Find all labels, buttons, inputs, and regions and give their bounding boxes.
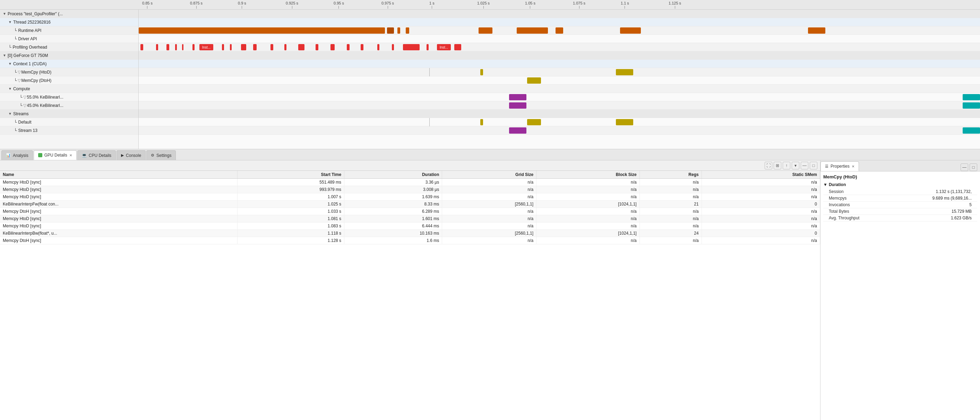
col-header-duration[interactable]: Duration xyxy=(344,171,442,179)
prof-bar-4[interactable] xyxy=(175,44,177,50)
default-bar-3[interactable] xyxy=(616,119,633,125)
track-runtime-api-bar5[interactable] xyxy=(479,27,492,34)
prof-bar-14[interactable] xyxy=(315,44,318,50)
tree-row-stream13[interactable]: └ Stream 13 xyxy=(0,126,138,135)
tree-row-process[interactable]: ▼ Process "test_GpuProfiler" (... xyxy=(0,10,138,18)
compute-45-teal[interactable] xyxy=(963,102,980,109)
tree-row-driver-api[interactable]: └ Driver API xyxy=(0,35,138,43)
tab-settings[interactable]: ⚙ Settings xyxy=(146,150,176,160)
prof-bar-20[interactable] xyxy=(403,44,420,50)
prof-bar-9[interactable] xyxy=(241,44,246,50)
track-runtime-api-bar[interactable] xyxy=(139,27,385,34)
tree-row-runtime-api[interactable]: └ Runtime API xyxy=(0,26,138,35)
table-row[interactable]: Memcpy DtoH [sync]1.128 s1.6 msn/an/an/a… xyxy=(0,237,820,244)
prof-bar-15[interactable] xyxy=(331,44,335,50)
stream13-teal[interactable] xyxy=(963,128,980,134)
table-row[interactable]: Memcpy HtoD [sync]1.081 s1.601 msn/an/an… xyxy=(0,215,820,222)
tree-row-profiling[interactable]: └ Profiling Overhead xyxy=(0,43,138,51)
prof-bar-17[interactable] xyxy=(361,44,363,50)
tab-console[interactable]: ▶ Console xyxy=(116,150,146,160)
track-runtime-api-bar7[interactable] xyxy=(555,27,563,34)
table-row[interactable]: Memcpy HtoD [sync]1.083 s6.444 msn/an/an… xyxy=(0,222,820,230)
toolbar-filter-btn[interactable]: ⛶ xyxy=(765,162,772,169)
prof-bar-8[interactable] xyxy=(230,44,232,50)
toolbar-minimize-btn[interactable]: — xyxy=(801,162,808,169)
prof-bar-13[interactable] xyxy=(298,44,304,50)
tree-row-45pct[interactable]: └ ▽ 45.0% KeBilinearI... xyxy=(0,101,138,110)
tree-row-compute[interactable]: ▼ Compute xyxy=(0,85,138,93)
prof-bar-16[interactable] xyxy=(347,44,350,50)
track-runtime-api-bar2[interactable] xyxy=(387,27,394,34)
col-header-regs[interactable]: Regs xyxy=(640,171,702,179)
prof-bar-7[interactable] xyxy=(222,44,224,50)
expand-icon-context[interactable]: ▼ xyxy=(8,62,12,65)
col-header-block[interactable]: Block Size xyxy=(536,171,640,179)
tree-row-memcpy-htod[interactable]: └ ▽ MemCpy (HtoD) xyxy=(0,68,138,77)
htod-bar-1[interactable] xyxy=(480,69,483,75)
table-row[interactable]: KeBilinearInterpFw(float con...1.025 s8.… xyxy=(0,201,820,208)
properties-minimize-btn[interactable]: — xyxy=(961,163,968,171)
prof-bar-11[interactable] xyxy=(270,44,273,50)
toolbar-maximize-btn[interactable]: □ xyxy=(810,162,817,169)
stream13-purple[interactable] xyxy=(509,128,527,134)
track-runtime-api-bar6[interactable] xyxy=(517,27,548,34)
expand-icon-compute[interactable]: ▼ xyxy=(8,87,12,91)
prof-bar-5[interactable] xyxy=(182,44,183,50)
table-row[interactable]: KeBilinearInterpBw(float*, u...1.118 s10… xyxy=(0,230,820,237)
col-header-start[interactable]: Start Time xyxy=(237,171,344,179)
tree-row-thread[interactable]: ▼ Thread 2522362816 xyxy=(0,18,138,26)
properties-maximize-btn[interactable]: □ xyxy=(970,163,977,171)
prof-bar-10[interactable] xyxy=(253,44,257,50)
tree-row-context[interactable]: ▼ Context 1 (CUDA) xyxy=(0,60,138,68)
toolbar-export-btn[interactable]: ↑ xyxy=(783,162,790,169)
tree-row-default[interactable]: └ Default xyxy=(0,118,138,126)
tree-row-55pct[interactable]: └ ▽ 55.0% KeBilinearI... xyxy=(0,93,138,101)
col-header-grid[interactable]: Grid Size xyxy=(442,171,536,179)
tab-analysis[interactable]: 📊 Analysis xyxy=(2,150,33,160)
prof-bar-6[interactable] xyxy=(192,44,194,50)
table-row[interactable]: Memcpy HtoD [sync]1.007 s1.639 msn/an/an… xyxy=(0,193,820,201)
track-runtime-api-bar4[interactable] xyxy=(406,27,409,34)
prof-bar-3[interactable] xyxy=(167,44,169,50)
tab-gpu-details[interactable]: GPU Details ✕ xyxy=(33,150,76,160)
compute-55-teal[interactable] xyxy=(963,94,980,100)
toolbar-group-btn[interactable]: ⊞ xyxy=(774,162,781,169)
track-runtime-api-bar3[interactable] xyxy=(398,27,400,34)
prof-bar-18[interactable] xyxy=(377,44,379,50)
tab-gpu-close[interactable]: ✕ xyxy=(69,153,72,157)
table-row[interactable]: Memcpy HtoD [sync]551.489 ms3.36 µsn/an/… xyxy=(0,179,820,186)
expand-icon-thread[interactable]: ▼ xyxy=(8,20,12,24)
properties-tab-close[interactable]: ✕ xyxy=(852,164,854,168)
prof-bar-12[interactable] xyxy=(284,44,286,50)
compute-55-bar[interactable] xyxy=(509,94,527,100)
table-scroll-area[interactable]: Name Start Time Duration Grid Size Block… xyxy=(0,171,820,420)
track-runtime-api-bar9[interactable] xyxy=(808,27,825,34)
prof-bar-22[interactable] xyxy=(454,44,461,50)
toolbar-dropdown-btn[interactable]: ▾ xyxy=(792,162,799,169)
default-bar-2[interactable] xyxy=(527,119,541,125)
prof-bar-21[interactable] xyxy=(426,44,429,50)
default-bar-1[interactable] xyxy=(480,119,483,125)
prof-bar-19[interactable] xyxy=(392,44,394,50)
htod-bar-2[interactable] xyxy=(616,69,633,75)
track-runtime-api-bar8[interactable] xyxy=(620,27,641,34)
prof-bar-inst1[interactable]: Inst... xyxy=(199,44,213,50)
tree-row-geforce[interactable]: ▼ [0] GeForce GT 750M xyxy=(0,51,138,60)
prof-bar-1[interactable] xyxy=(140,44,143,50)
tree-row-memcpy-dtoh[interactable]: └ ▽ MemCpy (DtoH) xyxy=(0,77,138,85)
table-row[interactable]: Memcpy HtoD [sync]993.979 ms3.008 µsn/an… xyxy=(0,186,820,193)
col-header-name[interactable]: Name xyxy=(0,171,237,179)
tree-row-streams[interactable]: ▼ Streams xyxy=(0,110,138,118)
expand-icon-geforce[interactable]: ▼ xyxy=(3,53,6,57)
table-row[interactable]: Memcpy DtoH [sync]1.033 s6.289 msn/an/an… xyxy=(0,208,820,215)
tab-properties[interactable]: ☰ Properties ✕ xyxy=(821,161,859,171)
compute-45-bar[interactable] xyxy=(509,102,527,109)
col-header-smem[interactable]: Static SMem xyxy=(702,171,820,179)
properties-section-header[interactable]: ▼ Duration xyxy=(823,182,977,187)
expand-icon-streams[interactable]: ▼ xyxy=(8,112,12,116)
expand-icon-process[interactable]: ▼ xyxy=(3,12,6,16)
dtoh-bar-1[interactable] xyxy=(527,77,541,84)
tab-cpu-details[interactable]: 💻 CPU Details xyxy=(77,150,116,160)
prof-bar-inst2[interactable]: Inst... xyxy=(437,44,451,50)
prof-bar-2[interactable] xyxy=(156,44,158,50)
